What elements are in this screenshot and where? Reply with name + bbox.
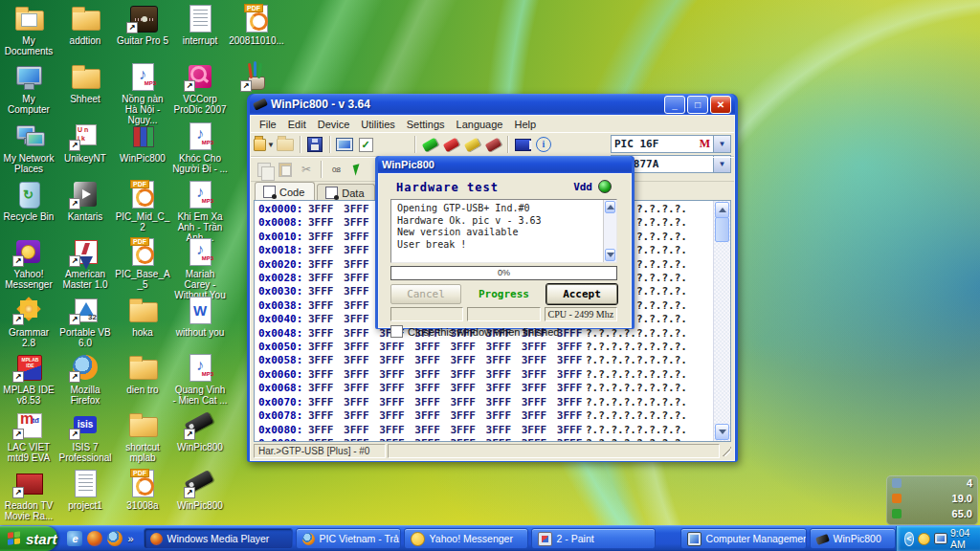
- taskbar-button-winpic800[interactable]: WinPic800: [810, 528, 896, 549]
- desktop-icon-pic-base-a-5[interactable]: PDFPIC_Base_A_5: [115, 236, 170, 290]
- desktop-icon-pic-mid-c-2[interactable]: PDFPIC_Mid_C_2: [115, 179, 170, 232]
- desktop-icon-winpic800[interactable]: ↗WinPic800: [172, 409, 228, 452]
- window-titlebar[interactable]: WinPic800 - v 3.64 _ □ ✕: [250, 94, 735, 115]
- desktop-icon-american-master-1-0[interactable]: ↗American Master 1.0: [57, 236, 113, 290]
- log-scroll-down[interactable]: [605, 249, 615, 261]
- taskbar-button-2-paint[interactable]: 2 - Paint: [531, 528, 656, 549]
- program-chip-button[interactable]: [440, 135, 461, 154]
- firefox-icon[interactable]: [107, 531, 122, 546]
- desktop-icon-recycle-bin[interactable]: Recycle Bin: [1, 179, 56, 222]
- erase-chip-button[interactable]: [482, 135, 503, 154]
- desktop-icon-portable-vb-6-0[interactable]: ↗Portable VB 6.0: [57, 295, 113, 348]
- desktop-icon-unnamed[interactable]: ↗: [229, 61, 284, 94]
- scroll-down-button[interactable]: [715, 424, 729, 440]
- menu-device[interactable]: Device: [313, 118, 355, 131]
- scroll-up-button[interactable]: [715, 202, 729, 218]
- read-chip-button[interactable]: [419, 135, 440, 154]
- desktop-icon-200811010[interactable]: PDF200811010...: [229, 3, 284, 46]
- log-scroll-up[interactable]: [605, 201, 615, 213]
- verify-chip-button[interactable]: [461, 135, 482, 154]
- desktop-icon-addtion[interactable]: addtion: [57, 3, 113, 46]
- verify-settings-button[interactable]: ✓: [355, 135, 376, 154]
- desktop-icon-shortcut-mplab[interactable]: shortcut mplab: [115, 409, 170, 463]
- dialog-titlebar[interactable]: WinPic800: [378, 156, 632, 173]
- desktop-icon-shheet[interactable]: Shheet: [57, 61, 113, 104]
- menu-settings[interactable]: Settings: [402, 118, 450, 131]
- taskbar-button-computer-management[interactable]: Computer Management: [680, 528, 807, 549]
- desktop-icon-lac-viet-mtd9-eva[interactable]: ↗LAC VIET mtd9 EVA: [1, 409, 56, 463]
- menu-utilities[interactable]: Utilities: [356, 118, 399, 131]
- close-button[interactable]: ✕: [710, 96, 731, 114]
- shortcut-arrow-icon: ↗: [69, 429, 80, 440]
- menu-language[interactable]: Language: [452, 118, 508, 131]
- desktop-icon-my-network-places[interactable]: My Network Places: [1, 121, 56, 174]
- desktop-icon-31008a[interactable]: PDF31008a: [115, 468, 170, 511]
- pic-family-dropdown-button[interactable]: ▼: [714, 135, 731, 153]
- hex-scrollbar[interactable]: [713, 201, 730, 441]
- pic-family-combo[interactable]: PIC 16F M ▼: [611, 135, 731, 153]
- tab-data[interactable]: Data: [317, 184, 374, 200]
- open-file-button[interactable]: ▼: [254, 135, 275, 154]
- close-when-finished-option[interactable]: Close this window when finished: [390, 325, 559, 338]
- desktop-icon-my-documents[interactable]: My Documents: [1, 3, 56, 56]
- resize-grip[interactable]: [722, 447, 731, 456]
- detect-device-button[interactable]: [334, 135, 355, 154]
- save-file-button[interactable]: [304, 135, 325, 154]
- start-button[interactable]: start: [0, 526, 57, 551]
- desktop-icon-quang-vinh-mien-cat[interactable]: ♪MP3Quang Vinh - Mien Cat ...: [172, 352, 228, 406]
- paste-button[interactable]: [275, 160, 296, 179]
- desktop-icon-my-computer[interactable]: My Computer: [1, 61, 56, 115]
- desktop-icon-isis-7-professional[interactable]: isis↗ISIS 7 Professional: [57, 409, 113, 463]
- copy-button[interactable]: [254, 160, 275, 179]
- menu-help[interactable]: Help: [509, 118, 541, 131]
- menu-file[interactable]: File: [255, 118, 281, 131]
- media-player-icon[interactable]: [87, 531, 102, 546]
- hardware-log[interactable]: Opening GTP-USB+ Ind.#0Hardware Ok. pic …: [390, 199, 617, 263]
- desktop-icon-guitar-pro-5[interactable]: ↗Guitar Pro 5: [115, 3, 170, 46]
- pointer-tool-button[interactable]: [346, 160, 368, 179]
- desktop-icon-grammar-2-8[interactable]: ↗Grammar 2.8: [1, 295, 56, 348]
- internet-explorer-icon[interactable]: e: [67, 531, 82, 546]
- menu-edit[interactable]: Edit: [283, 118, 311, 131]
- cut-button[interactable]: ✂: [296, 160, 317, 179]
- cancel-button[interactable]: Cancel: [390, 284, 461, 304]
- minimize-button[interactable]: _: [664, 96, 685, 114]
- desktop-icon-hoka[interactable]: hoka: [115, 295, 170, 338]
- taskbar-button-windows-media-player[interactable]: Windows Media Player: [144, 528, 293, 549]
- taskbar-button-pic-vietnam-tr-l-i[interactable]: PIC Vietnam - Trả lời ...: [296, 528, 401, 549]
- taskbar-button-yahoo-messenger[interactable]: Yahoo! Messenger: [404, 528, 528, 549]
- desktop-icon-mariah-carey-without-you[interactable]: ♪MP3Mariah Carey - Without You: [172, 236, 228, 300]
- scroll-thumb[interactable]: [715, 217, 729, 242]
- desktop-icon-readon-tv-movie-ra[interactable]: ↗Readon TV Movie Ra...: [1, 468, 56, 521]
- icon-label: ISIS 7 Professional: [57, 442, 113, 463]
- desktop-icon-mozilla-firefox[interactable]: ↗Mozilla Firefox: [57, 352, 113, 406]
- calibration-button[interactable]: 0:8: [325, 160, 346, 179]
- tab-code[interactable]: Code: [255, 182, 315, 200]
- desktop-icon-kh-c-cho-ng-i-i[interactable]: ♪MP3Khóc Cho Người Đi - ...: [172, 121, 228, 174]
- close-when-finished-checkbox[interactable]: [390, 325, 403, 338]
- help-book-button[interactable]: [512, 135, 533, 154]
- desktop-icon-yahoo-messenger[interactable]: ↗Yahoo! Messenger: [1, 236, 56, 290]
- accept-button[interactable]: Accept: [546, 284, 617, 304]
- desktop-icon-winpic800[interactable]: WinPic800: [115, 121, 170, 164]
- yahoo-tray-icon[interactable]: [918, 533, 930, 545]
- reopen-file-button[interactable]: [275, 135, 296, 154]
- desktop-icon-without-you[interactable]: Wwithout you: [172, 295, 228, 338]
- desktop-icon-interrupt[interactable]: interrupt: [172, 3, 228, 46]
- quick-launch-overflow-chevron[interactable]: »: [127, 533, 133, 544]
- quick-launch: e »: [57, 526, 139, 551]
- desktop-icon-unikeynt[interactable]: ↗UnikeyNT: [57, 121, 113, 164]
- desktop-icon-khi-em-xa-anh-tr-n-anh[interactable]: ♪MP3Khi Em Xa Anh - Trần Anh ...: [172, 179, 228, 243]
- log-scrollbar[interactable]: [603, 200, 616, 262]
- desktop-icon-kantaris[interactable]: ↗Kantaris: [57, 179, 113, 222]
- maximize-button[interactable]: □: [687, 96, 708, 114]
- desktop-icon-n-ng-n-n-h-n-i-nguy[interactable]: ♪MP3Nồng nàn Hà Nội - Nguy...: [115, 61, 170, 125]
- info-button[interactable]: i: [533, 135, 554, 154]
- desktop-icon-vccorp-prodic-2007[interactable]: ↗VCCorp ProDic 2007: [172, 61, 228, 115]
- desktop-icon-dien-tro[interactable]: dien tro: [115, 352, 170, 395]
- desktop-icon-mplab-ide-v8-53[interactable]: ↗MPLAB IDE v8.53: [1, 352, 56, 406]
- desktop-icon-project1[interactable]: project1: [57, 468, 113, 511]
- desktop-icon-winpic800[interactable]: ↗WinPic800: [172, 468, 228, 511]
- display-tray-icon[interactable]: [934, 533, 947, 545]
- tray-collapse-chevron[interactable]: <: [904, 532, 914, 546]
